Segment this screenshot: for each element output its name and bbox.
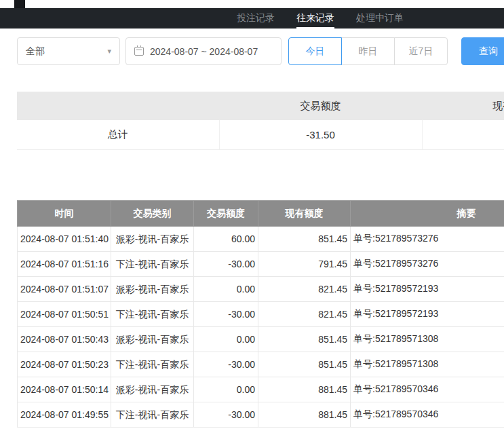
- today-button[interactable]: 今日: [288, 37, 342, 65]
- table-row: 2024-08-07 01:50:51下注-视讯-百家乐-30.00821.45…: [18, 302, 504, 327]
- cell-type: 派彩-视讯-百家乐: [111, 327, 194, 352]
- cell-type: 下注-视讯-百家乐: [111, 352, 194, 377]
- category-select[interactable]: 全部 ▾: [17, 37, 120, 65]
- table-row: 2024-08-07 01:51:16下注-视讯-百家乐-30.00791.45…: [18, 252, 504, 277]
- cell-memo: 单号:521789572193: [351, 277, 504, 302]
- cell-balance: 851.45: [258, 352, 351, 377]
- cell-balance: 851.45: [258, 227, 351, 252]
- cell-amount: -30.00: [194, 352, 258, 377]
- cell-balance: 881.45: [258, 377, 351, 402]
- cell-type: 下注-视讯-百家乐: [111, 302, 194, 327]
- cell-time: 2024-08-07 01:51:40: [18, 227, 111, 252]
- summary-table: 交易额度 现有额度 总计 -31.50: [17, 92, 504, 150]
- col-header-type: 交易类别: [111, 201, 194, 227]
- tab-processing-orders[interactable]: 处理中订单: [356, 8, 404, 29]
- cell-type: 派彩-视讯-百家乐: [111, 277, 194, 302]
- summary-total-amount: -31.50: [219, 120, 422, 149]
- table-row: 2024-08-07 01:49:55下注-视讯-百家乐-30.00881.45…: [18, 402, 504, 428]
- transactions-body: 2024-08-07 01:51:40派彩-视讯-百家乐60.00851.45单…: [18, 227, 504, 428]
- nav-tabs: 投注记录 往来记录 处理中订单: [0, 8, 504, 29]
- cell-amount: 0.00: [194, 377, 258, 402]
- tab-transaction-records[interactable]: 往来记录: [296, 8, 334, 29]
- chevron-down-icon: ▾: [107, 47, 111, 56]
- cell-time: 2024-08-07 01:51:07: [18, 277, 111, 302]
- top-navbar: 投注记录 往来记录 处理中订单: [0, 8, 504, 29]
- table-row: 2024-08-07 01:50:14派彩-视讯-百家乐0.00881.45单号…: [18, 377, 504, 402]
- cell-memo: 单号:521789570346: [351, 377, 504, 402]
- table-header-row: 时间 交易类别 交易额度 现有额度 摘要: [18, 201, 504, 227]
- page: 投注记录 往来记录 处理中订单 全部 ▾ 2024-08-07 ~ 2024-0…: [0, 0, 504, 435]
- cell-time: 2024-08-07 01:49:55: [18, 402, 111, 428]
- cell-amount: 0.00: [194, 327, 258, 352]
- cell-time: 2024-08-07 01:51:16: [18, 252, 111, 277]
- cell-memo: 单号:521789571308: [351, 352, 504, 377]
- cell-amount: -30.00: [194, 252, 258, 277]
- top-strip: [0, 0, 504, 8]
- cell-memo: 单号:521789572193: [351, 302, 504, 327]
- cell-type: 派彩-视讯-百家乐: [111, 227, 194, 252]
- cell-amount: -30.00: [194, 302, 258, 327]
- filter-bar: 全部 ▾ 2024-08-07 ~ 2024-08-07 今日 昨日 近7日 查…: [17, 37, 504, 65]
- cell-time: 2024-08-07 01:50:23: [18, 352, 111, 377]
- category-select-value: 全部: [26, 45, 45, 58]
- cell-amount: 60.00: [194, 227, 258, 252]
- col-header-time: 时间: [18, 201, 111, 227]
- menu-icon[interactable]: [14, 0, 25, 8]
- date-range-value: 2024-08-07 ~ 2024-08-07: [150, 46, 258, 57]
- cell-type: 下注-视讯-百家乐: [111, 252, 194, 277]
- summary-header-blank: [17, 92, 219, 120]
- query-button[interactable]: 查询: [461, 37, 504, 65]
- quick-date-buttons: 今日 昨日 近7日: [288, 37, 448, 65]
- col-header-balance: 现有额度: [258, 201, 351, 227]
- summary-total-label: 总计: [17, 120, 219, 149]
- cell-time: 2024-08-07 01:50:43: [18, 327, 111, 352]
- summary-header-balance: 现有额度: [422, 92, 504, 120]
- table-row: 2024-08-07 01:50:43派彩-视讯-百家乐0.00851.45单号…: [18, 327, 504, 352]
- table-row: 2024-08-07 01:51:07派彩-视讯-百家乐0.00821.45单号…: [18, 277, 504, 302]
- cell-balance: 851.45: [258, 327, 351, 352]
- cell-balance: 881.45: [258, 402, 351, 428]
- date-range-input[interactable]: 2024-08-07 ~ 2024-08-07: [125, 37, 282, 65]
- last7days-button[interactable]: 近7日: [394, 37, 448, 65]
- cell-type: 下注-视讯-百家乐: [111, 402, 194, 428]
- cell-memo: 单号:521789571308: [351, 327, 504, 352]
- transactions-table: 时间 交易类别 交易额度 现有额度 摘要 2024-08-07 01:51:40…: [17, 200, 504, 428]
- cell-type: 派彩-视讯-百家乐: [111, 377, 194, 402]
- col-header-amount: 交易额度: [194, 201, 258, 227]
- cell-time: 2024-08-07 01:50:14: [18, 377, 111, 402]
- yesterday-button[interactable]: 昨日: [341, 37, 395, 65]
- summary-header-row: 交易额度 现有额度: [17, 92, 504, 120]
- summary-total-row: 总计 -31.50: [17, 120, 504, 149]
- cell-balance: 821.45: [258, 277, 351, 302]
- summary-header-amount: 交易额度: [219, 92, 422, 120]
- cell-balance: 791.45: [258, 252, 351, 277]
- table-row: 2024-08-07 01:51:40派彩-视讯-百家乐60.00851.45单…: [18, 227, 504, 252]
- calendar-icon: [134, 47, 144, 56]
- cell-amount: -30.00: [194, 402, 258, 428]
- cell-balance: 821.45: [258, 302, 351, 327]
- cell-memo: 单号:521789573276: [351, 252, 504, 277]
- cell-time: 2024-08-07 01:50:51: [18, 302, 111, 327]
- table-row: 2024-08-07 01:50:23下注-视讯-百家乐-30.00851.45…: [18, 352, 504, 377]
- tab-betting-records[interactable]: 投注记录: [237, 8, 275, 29]
- cell-amount: 0.00: [194, 277, 258, 302]
- summary-total-balance: [422, 120, 504, 149]
- cell-memo: 单号:521789570346: [351, 402, 504, 428]
- cell-memo: 单号:521789573276: [351, 227, 504, 252]
- col-header-memo: 摘要: [351, 201, 504, 227]
